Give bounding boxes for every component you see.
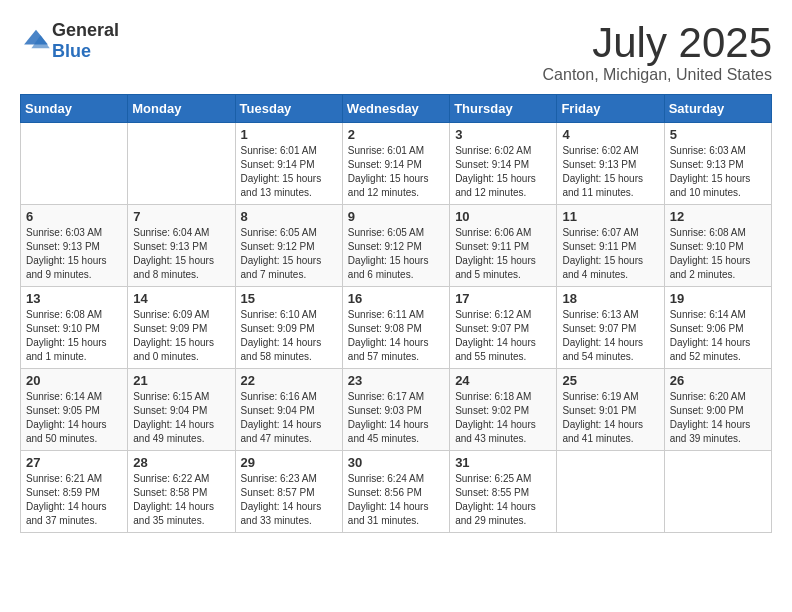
day-number: 8: [241, 209, 337, 224]
day-info: Sunrise: 6:03 AM Sunset: 9:13 PM Dayligh…: [670, 144, 766, 200]
day-number: 9: [348, 209, 444, 224]
calendar-day-cell: 13Sunrise: 6:08 AM Sunset: 9:10 PM Dayli…: [21, 287, 128, 369]
calendar-day-cell: 9Sunrise: 6:05 AM Sunset: 9:12 PM Daylig…: [342, 205, 449, 287]
day-number: 17: [455, 291, 551, 306]
calendar-day-cell: 8Sunrise: 6:05 AM Sunset: 9:12 PM Daylig…: [235, 205, 342, 287]
day-info: Sunrise: 6:08 AM Sunset: 9:10 PM Dayligh…: [670, 226, 766, 282]
day-info: Sunrise: 6:19 AM Sunset: 9:01 PM Dayligh…: [562, 390, 658, 446]
day-info: Sunrise: 6:11 AM Sunset: 9:08 PM Dayligh…: [348, 308, 444, 364]
day-info: Sunrise: 6:07 AM Sunset: 9:11 PM Dayligh…: [562, 226, 658, 282]
day-number: 7: [133, 209, 229, 224]
day-number: 23: [348, 373, 444, 388]
calendar-day-cell: 1Sunrise: 6:01 AM Sunset: 9:14 PM Daylig…: [235, 123, 342, 205]
logo-general-text: General: [52, 20, 119, 40]
calendar-table: SundayMondayTuesdayWednesdayThursdayFrid…: [20, 94, 772, 533]
calendar-day-cell: [557, 451, 664, 533]
day-info: Sunrise: 6:02 AM Sunset: 9:13 PM Dayligh…: [562, 144, 658, 200]
calendar-week-row: 13Sunrise: 6:08 AM Sunset: 9:10 PM Dayli…: [21, 287, 772, 369]
calendar-day-cell: 17Sunrise: 6:12 AM Sunset: 9:07 PM Dayli…: [450, 287, 557, 369]
weekday-header: Monday: [128, 95, 235, 123]
calendar-day-cell: 6Sunrise: 6:03 AM Sunset: 9:13 PM Daylig…: [21, 205, 128, 287]
calendar-day-cell: 11Sunrise: 6:07 AM Sunset: 9:11 PM Dayli…: [557, 205, 664, 287]
day-number: 6: [26, 209, 122, 224]
day-info: Sunrise: 6:14 AM Sunset: 9:06 PM Dayligh…: [670, 308, 766, 364]
day-number: 1: [241, 127, 337, 142]
day-number: 30: [348, 455, 444, 470]
day-number: 16: [348, 291, 444, 306]
day-number: 15: [241, 291, 337, 306]
weekday-header: Wednesday: [342, 95, 449, 123]
calendar-day-cell: 30Sunrise: 6:24 AM Sunset: 8:56 PM Dayli…: [342, 451, 449, 533]
day-info: Sunrise: 6:09 AM Sunset: 9:09 PM Dayligh…: [133, 308, 229, 364]
day-info: Sunrise: 6:20 AM Sunset: 9:00 PM Dayligh…: [670, 390, 766, 446]
calendar-day-cell: 12Sunrise: 6:08 AM Sunset: 9:10 PM Dayli…: [664, 205, 771, 287]
day-number: 18: [562, 291, 658, 306]
calendar-day-cell: 3Sunrise: 6:02 AM Sunset: 9:14 PM Daylig…: [450, 123, 557, 205]
calendar-day-cell: 21Sunrise: 6:15 AM Sunset: 9:04 PM Dayli…: [128, 369, 235, 451]
weekday-header: Friday: [557, 95, 664, 123]
day-number: 14: [133, 291, 229, 306]
calendar-day-cell: 28Sunrise: 6:22 AM Sunset: 8:58 PM Dayli…: [128, 451, 235, 533]
calendar-day-cell: 10Sunrise: 6:06 AM Sunset: 9:11 PM Dayli…: [450, 205, 557, 287]
calendar-day-cell: [664, 451, 771, 533]
logo-icon: [22, 28, 50, 50]
calendar-day-cell: [128, 123, 235, 205]
day-info: Sunrise: 6:17 AM Sunset: 9:03 PM Dayligh…: [348, 390, 444, 446]
calendar-day-cell: 22Sunrise: 6:16 AM Sunset: 9:04 PM Dayli…: [235, 369, 342, 451]
day-info: Sunrise: 6:25 AM Sunset: 8:55 PM Dayligh…: [455, 472, 551, 528]
day-info: Sunrise: 6:24 AM Sunset: 8:56 PM Dayligh…: [348, 472, 444, 528]
calendar-day-cell: 27Sunrise: 6:21 AM Sunset: 8:59 PM Dayli…: [21, 451, 128, 533]
day-number: 29: [241, 455, 337, 470]
day-number: 10: [455, 209, 551, 224]
day-info: Sunrise: 6:13 AM Sunset: 9:07 PM Dayligh…: [562, 308, 658, 364]
day-info: Sunrise: 6:23 AM Sunset: 8:57 PM Dayligh…: [241, 472, 337, 528]
calendar-day-cell: 16Sunrise: 6:11 AM Sunset: 9:08 PM Dayli…: [342, 287, 449, 369]
calendar-day-cell: 7Sunrise: 6:04 AM Sunset: 9:13 PM Daylig…: [128, 205, 235, 287]
calendar-day-cell: 26Sunrise: 6:20 AM Sunset: 9:00 PM Dayli…: [664, 369, 771, 451]
calendar-day-cell: 19Sunrise: 6:14 AM Sunset: 9:06 PM Dayli…: [664, 287, 771, 369]
day-info: Sunrise: 6:21 AM Sunset: 8:59 PM Dayligh…: [26, 472, 122, 528]
calendar-week-row: 1Sunrise: 6:01 AM Sunset: 9:14 PM Daylig…: [21, 123, 772, 205]
day-info: Sunrise: 6:22 AM Sunset: 8:58 PM Dayligh…: [133, 472, 229, 528]
day-number: 19: [670, 291, 766, 306]
day-info: Sunrise: 6:15 AM Sunset: 9:04 PM Dayligh…: [133, 390, 229, 446]
calendar-day-cell: 23Sunrise: 6:17 AM Sunset: 9:03 PM Dayli…: [342, 369, 449, 451]
calendar-week-row: 6Sunrise: 6:03 AM Sunset: 9:13 PM Daylig…: [21, 205, 772, 287]
weekday-header: Saturday: [664, 95, 771, 123]
day-number: 13: [26, 291, 122, 306]
day-info: Sunrise: 6:02 AM Sunset: 9:14 PM Dayligh…: [455, 144, 551, 200]
day-number: 12: [670, 209, 766, 224]
day-number: 22: [241, 373, 337, 388]
weekday-header: Tuesday: [235, 95, 342, 123]
day-number: 2: [348, 127, 444, 142]
calendar-day-cell: 31Sunrise: 6:25 AM Sunset: 8:55 PM Dayli…: [450, 451, 557, 533]
calendar-day-cell: [21, 123, 128, 205]
day-info: Sunrise: 6:01 AM Sunset: 9:14 PM Dayligh…: [241, 144, 337, 200]
page-header: General Blue July 2025 Canton, Michigan,…: [20, 20, 772, 84]
calendar-day-cell: 2Sunrise: 6:01 AM Sunset: 9:14 PM Daylig…: [342, 123, 449, 205]
logo: General Blue: [20, 20, 119, 62]
calendar-day-cell: 20Sunrise: 6:14 AM Sunset: 9:05 PM Dayli…: [21, 369, 128, 451]
day-number: 27: [26, 455, 122, 470]
weekday-header: Thursday: [450, 95, 557, 123]
day-info: Sunrise: 6:01 AM Sunset: 9:14 PM Dayligh…: [348, 144, 444, 200]
calendar-week-row: 27Sunrise: 6:21 AM Sunset: 8:59 PM Dayli…: [21, 451, 772, 533]
day-number: 20: [26, 373, 122, 388]
day-info: Sunrise: 6:18 AM Sunset: 9:02 PM Dayligh…: [455, 390, 551, 446]
calendar-week-row: 20Sunrise: 6:14 AM Sunset: 9:05 PM Dayli…: [21, 369, 772, 451]
day-info: Sunrise: 6:05 AM Sunset: 9:12 PM Dayligh…: [241, 226, 337, 282]
calendar-day-cell: 25Sunrise: 6:19 AM Sunset: 9:01 PM Dayli…: [557, 369, 664, 451]
day-number: 11: [562, 209, 658, 224]
day-info: Sunrise: 6:10 AM Sunset: 9:09 PM Dayligh…: [241, 308, 337, 364]
day-number: 24: [455, 373, 551, 388]
day-info: Sunrise: 6:05 AM Sunset: 9:12 PM Dayligh…: [348, 226, 444, 282]
day-info: Sunrise: 6:06 AM Sunset: 9:11 PM Dayligh…: [455, 226, 551, 282]
calendar-day-cell: 4Sunrise: 6:02 AM Sunset: 9:13 PM Daylig…: [557, 123, 664, 205]
weekday-header: Sunday: [21, 95, 128, 123]
day-number: 21: [133, 373, 229, 388]
calendar-day-cell: 24Sunrise: 6:18 AM Sunset: 9:02 PM Dayli…: [450, 369, 557, 451]
day-number: 25: [562, 373, 658, 388]
day-number: 31: [455, 455, 551, 470]
day-number: 4: [562, 127, 658, 142]
day-info: Sunrise: 6:16 AM Sunset: 9:04 PM Dayligh…: [241, 390, 337, 446]
